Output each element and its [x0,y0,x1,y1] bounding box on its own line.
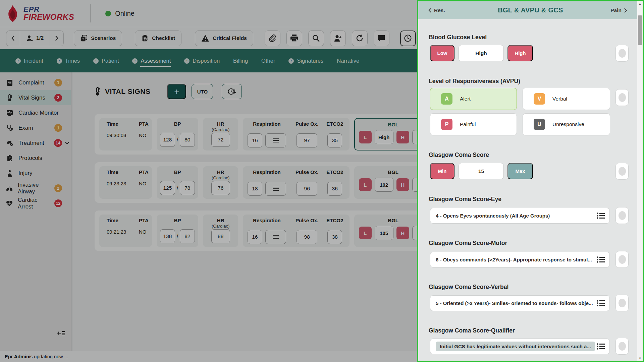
gcs-section-label: Glasgow Coma Score [429,152,489,159]
chevron-right-icon [624,8,627,13]
gcs-motor-dropdown[interactable]: 6 - Obeys commands (>2Years)- Appropriat… [430,252,610,267]
bgl-low-button[interactable]: Low [430,45,454,61]
list-icon[interactable] [597,213,605,219]
next-section-label: Pain [610,7,622,13]
gcs-motor-value: 6 - Obeys commands (>2Years)- Appropriat… [436,257,597,262]
gcs-max-button[interactable]: Max [507,163,533,179]
avpu-option-label: Painful [460,121,476,127]
gcs-verbal-value: 5 - Oriented (>2 Years)- Smiles- oriente… [436,300,597,306]
scrollbar-thumb[interactable] [638,15,642,45]
list-icon[interactable] [597,343,605,350]
gcs-verbal-dropdown[interactable]: 5 - Oriented (>2 Years)- Smiles- oriente… [430,295,610,311]
panel-scrollbar[interactable]: ▲ ▼ [637,1,643,361]
avpu-key-badge: A [441,93,452,105]
panel-header: Res. BGL & AVPU & GCS Pain [418,1,643,19]
avpu-section-label: Level of Responsiveness (AVPU) [429,78,520,85]
gcs-verbal-confirm-toggle[interactable] [615,295,629,311]
avpu-key-badge: V [534,93,545,105]
toggle-dot [619,342,626,351]
gcs-eye-dropdown[interactable]: 4 - Opens Eyes spontaneously (All Age Gr… [430,208,610,224]
toggle-dot [619,255,626,264]
panel-title: BGL & AVPU & GCS [418,6,643,14]
gcs-qualifier-section-label: Glasgow Coma Score-Qualifier [429,327,515,334]
prev-section-button[interactable]: Res. [428,7,445,13]
panel-body: Blood Glucose Level Low High High Level … [418,19,643,361]
gcs-confirm-toggle[interactable] [615,163,629,180]
gcs-value-input[interactable]: 15 [459,163,504,179]
gcs-motor-section-label: Glasgow Coma Score-Motor [429,240,507,247]
toggle-dot [619,211,626,220]
gcs-eye-section-label: Glasgow Coma Score-Eye [429,196,501,203]
gcs-qualifier-dropdown[interactable]: Initial GCS has legitimate values withou… [430,339,610,354]
avpu-option-painful[interactable]: P Painful [430,113,517,135]
avpu-option-label: Alert [460,96,471,102]
list-icon[interactable] [597,256,605,263]
application-window: EPR FIREWORKS Online 1/2 Scenarios [0,0,644,362]
avpu-option-label: Unresponsive [552,121,584,127]
toggle-dot [619,93,626,102]
gcs-qualifier-confirm-toggle[interactable] [615,338,629,355]
avpu-key-badge: P [441,119,452,130]
chevron-left-icon [428,8,431,13]
avpu-confirm-toggle[interactable] [615,89,629,106]
toggle-dot [619,299,626,307]
toggle-dot [619,49,626,58]
avpu-key-badge: U [534,119,545,130]
avpu-option-verbal[interactable]: V Verbal [523,88,610,110]
toggle-dot [619,167,626,176]
gcs-min-button[interactable]: Min [430,163,454,179]
next-section-button[interactable]: Pain [610,7,627,13]
list-icon[interactable] [597,300,605,306]
bgl-avpu-gcs-panel: Res. BGL & AVPU & GCS Pain Blood Glucose… [417,0,644,362]
bgl-section-label: Blood Glucose Level [429,34,487,41]
bgl-value-input[interactable]: High [459,45,504,61]
avpu-option-label: Verbal [552,96,567,102]
gcs-qualifier-value: Initial GCS has legitimate values withou… [436,342,595,351]
gcs-eye-value: 4 - Opens Eyes spontaneously (All Age Gr… [436,213,597,219]
avpu-option-alert[interactable]: A Alert [430,88,517,110]
gcs-verbal-section-label: Glasgow Coma Score-Verbal [429,284,508,291]
gcs-motor-confirm-toggle[interactable] [615,251,629,268]
scroll-down-icon[interactable]: ▼ [639,356,642,361]
scroll-up-icon[interactable]: ▲ [639,1,642,6]
bgl-high-button[interactable]: High [507,45,533,61]
avpu-option-unresponsive[interactable]: U Unresponsive [523,113,610,135]
bgl-confirm-toggle[interactable] [615,45,629,62]
gcs-eye-confirm-toggle[interactable] [615,207,629,224]
prev-section-label: Res. [434,7,445,13]
